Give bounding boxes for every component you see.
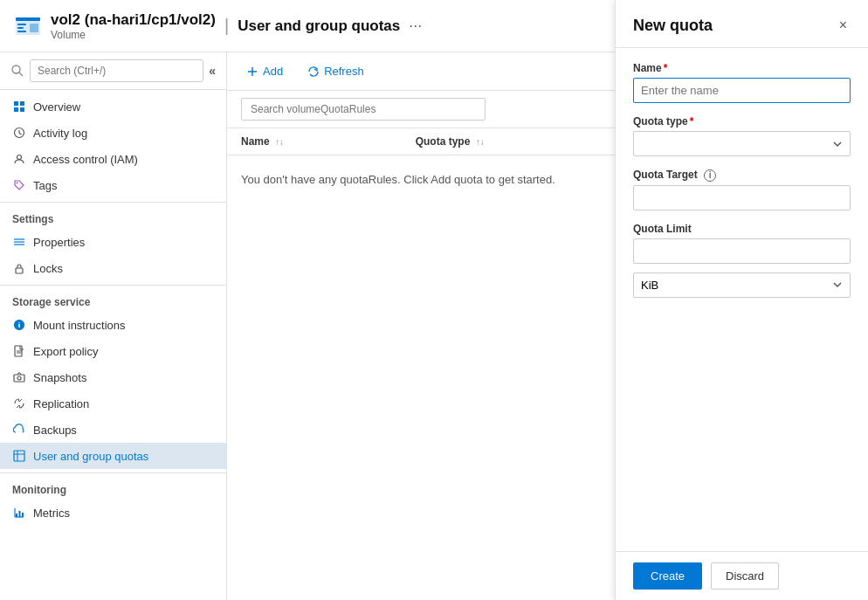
chart-icon — [12, 506, 26, 520]
svg-rect-3 — [17, 27, 24, 29]
svg-point-15 — [17, 155, 22, 160]
sidebar-item-metrics[interactable]: Metrics — [0, 500, 226, 526]
create-button[interactable]: Create — [633, 562, 702, 590]
svg-point-23 — [18, 322, 19, 323]
svg-rect-29 — [14, 451, 24, 461]
quota-type-field-group: Quota type* Individual user quota Indivi… — [633, 115, 851, 156]
sidebar: « Overview — [0, 52, 227, 600]
name-required-star: * — [664, 62, 668, 74]
sidebar-item-activity-label: Activity log — [33, 127, 87, 140]
sidebar-item-snapshots[interactable]: Snapshots — [0, 364, 226, 390]
cloud-icon — [12, 423, 26, 437]
clock-icon — [12, 126, 26, 140]
panel-close-button[interactable]: × — [836, 14, 851, 37]
svg-point-16 — [17, 183, 18, 184]
sidebar-item-quotas-label: User and group quotas — [33, 450, 148, 463]
settings-section-label: Settings — [0, 202, 226, 229]
table-search-input[interactable] — [241, 98, 486, 121]
svg-rect-27 — [14, 375, 24, 382]
sidebar-item-backups-label: Backups — [33, 424, 77, 437]
sidebar-item-tags[interactable]: Tags — [0, 172, 226, 198]
replicate-icon — [12, 397, 26, 410]
header-separator: | — [224, 16, 229, 36]
quota-unit-select[interactable]: KiB MiB GiB TiB — [633, 272, 851, 298]
storage-section-label: Storage service — [0, 285, 226, 312]
svg-line-7 — [19, 72, 23, 76]
resource-title: vol2 (na-hari1/cp1/vol2) — [51, 11, 216, 29]
col-quota-type: Quota type ↑↓ — [402, 128, 641, 155]
sidebar-item-metrics-label: Metrics — [33, 507, 70, 520]
sidebar-item-activity-log[interactable]: Activity log — [0, 120, 226, 146]
quota-target-info-icon[interactable]: i — [704, 169, 716, 182]
discard-button[interactable]: Discard — [711, 562, 779, 590]
sort-type-icon[interactable]: ↑↓ — [476, 137, 485, 147]
svg-line-14 — [19, 134, 22, 135]
camera-icon — [12, 370, 26, 384]
sidebar-item-overview[interactable]: Overview — [0, 93, 226, 120]
panel-header: New quota × — [616, 0, 868, 48]
svg-rect-4 — [17, 31, 26, 32]
sidebar-item-tags-label: Tags — [33, 179, 57, 192]
quota-limit-label: Quota Limit — [633, 223, 851, 235]
quota-limit-input[interactable] — [633, 238, 851, 264]
doc-icon — [12, 344, 26, 358]
quota-type-label: Quota type* — [633, 115, 851, 128]
sidebar-item-locks[interactable]: Locks — [0, 255, 226, 281]
refresh-button[interactable]: Refresh — [302, 61, 369, 81]
sidebar-item-backups[interactable]: Backups — [0, 417, 226, 443]
sidebar-collapse-button[interactable]: « — [209, 64, 216, 78]
resource-icon — [14, 12, 42, 40]
sidebar-item-mount-instructions[interactable]: Mount instructions — [0, 312, 226, 338]
more-options-button[interactable]: ··· — [409, 17, 422, 35]
svg-rect-2 — [17, 24, 26, 25]
svg-rect-5 — [30, 24, 38, 32]
sidebar-item-iam-label: Access control (IAM) — [33, 153, 138, 166]
sidebar-item-overview-label: Overview — [33, 100, 80, 114]
grid-icon — [12, 100, 26, 114]
sidebar-item-export-policy[interactable]: Export policy — [0, 338, 226, 364]
sidebar-search-area: « — [0, 52, 226, 90]
svg-rect-10 — [14, 107, 18, 112]
add-icon — [246, 66, 258, 78]
list-icon — [12, 235, 26, 249]
svg-point-6 — [12, 66, 20, 73]
sidebar-search-input[interactable] — [30, 59, 203, 82]
name-field-group: Name* — [633, 62, 851, 103]
svg-rect-8 — [14, 101, 18, 106]
search-icon — [10, 64, 24, 78]
info-circle-icon — [12, 318, 26, 332]
table-icon — [12, 449, 26, 463]
name-label: Name* — [633, 62, 851, 74]
sidebar-item-mount-label: Mount instructions — [33, 319, 126, 332]
quota-target-input[interactable] — [633, 185, 851, 210]
sidebar-nav: Overview Activity log — [0, 90, 226, 600]
sidebar-item-export-label: Export policy — [33, 345, 98, 358]
panel-title: New quota — [633, 17, 713, 35]
quota-type-required-star: * — [690, 115, 694, 128]
sidebar-item-replication[interactable]: Replication — [0, 390, 226, 417]
refresh-button-label: Refresh — [324, 65, 364, 78]
panel-body: Name* Quota type* Individual user quota … — [616, 48, 868, 551]
sidebar-item-properties[interactable]: Properties — [0, 229, 226, 255]
name-input[interactable] — [633, 78, 851, 103]
sidebar-item-locks-label: Locks — [33, 262, 63, 275]
svg-rect-11 — [20, 107, 24, 112]
quota-limit-field-group: Quota Limit KiB MiB GiB TiB — [633, 223, 851, 298]
sidebar-item-access-control[interactable]: Access control (IAM) — [0, 146, 226, 172]
monitoring-section-label: Monitoring — [0, 472, 226, 500]
quota-type-select[interactable]: Individual user quota Individual group q… — [633, 131, 851, 156]
page-title: User and group quotas — [238, 17, 400, 35]
refresh-icon — [307, 66, 320, 78]
resource-subtitle: Volume — [51, 29, 216, 41]
tag-icon — [12, 178, 26, 192]
sidebar-item-replication-label: Replication — [33, 397, 89, 410]
add-button-label: Add — [263, 65, 283, 78]
sort-name-icon[interactable]: ↑↓ — [275, 137, 284, 147]
lock-icon — [12, 261, 26, 275]
quota-target-field-group: Quota Target i — [633, 169, 851, 210]
add-button[interactable]: Add — [241, 61, 288, 81]
quota-target-label: Quota Target i — [633, 169, 851, 182]
sidebar-item-user-group-quotas[interactable]: User and group quotas — [0, 443, 226, 469]
svg-point-28 — [17, 376, 21, 380]
new-quota-panel: New quota × Name* Quota type* Individual… — [615, 0, 868, 600]
